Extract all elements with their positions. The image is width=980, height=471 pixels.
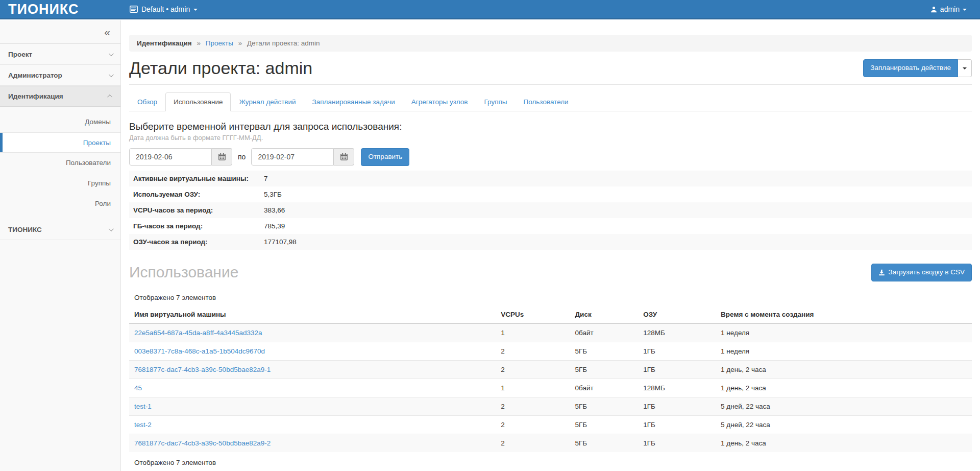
download-icon bbox=[878, 269, 885, 276]
table-row: 003e8371-7c8a-468c-a1a5-1b504dc9670d25ГБ… bbox=[129, 342, 972, 360]
table-row: 22e5a654-687a-45da-a8ff-4a3445ad332a10ба… bbox=[129, 323, 972, 342]
sidebar-section-admin[interactable]: Администратор bbox=[0, 65, 120, 86]
vm-name-link[interactable]: test-2 bbox=[134, 421, 152, 429]
vm-age-cell: 1 неделя bbox=[716, 342, 972, 360]
vm-age-cell: 5 дней, 22 часа bbox=[716, 397, 972, 415]
tab-usage[interactable]: Использование bbox=[165, 92, 231, 111]
stat-label: ОЗУ-часов за период: bbox=[133, 238, 264, 246]
sidebar-item-groups[interactable]: Группы bbox=[0, 173, 120, 194]
stat-row: ОЗУ-часов за период:177107,98 bbox=[129, 234, 972, 250]
stat-label: VCPU-часов за период: bbox=[133, 206, 264, 214]
vm-disk-cell: 5ГБ bbox=[570, 415, 638, 434]
sidebar-item-domains[interactable]: Домены bbox=[0, 112, 120, 132]
table-header-row: Имя виртуальной машины VCPUs Диск ОЗУ Вр… bbox=[129, 306, 972, 323]
top-navbar: ТИОНИКС Default • admin admin bbox=[0, 0, 980, 19]
stat-row: Используемая ОЗУ:5,3ГБ bbox=[129, 186, 972, 202]
vm-disk-cell: 0байт bbox=[570, 379, 638, 397]
context-switcher[interactable]: Default • admin bbox=[121, 5, 198, 13]
stat-row: ГБ-часов за период:785,39 bbox=[129, 218, 972, 234]
chevron-up-icon bbox=[107, 95, 112, 100]
stat-value: 7 bbox=[264, 175, 268, 182]
vm-age-cell: 1 неделя bbox=[716, 323, 972, 342]
vm-age-cell: 1 день, 2 часа bbox=[716, 379, 972, 397]
breadcrumb-identity: Идентификация bbox=[137, 39, 192, 47]
vm-name-link[interactable]: 45 bbox=[134, 384, 142, 392]
submit-button[interactable]: Отправить bbox=[361, 148, 409, 166]
stat-value: 383,66 bbox=[264, 206, 285, 214]
vm-usage-table: Имя виртуальной машины VCPUs Диск ОЗУ Вр… bbox=[129, 306, 972, 452]
schedule-action-split-button: Запланировать действие bbox=[863, 59, 972, 77]
vm-name-cell: 45 bbox=[129, 379, 496, 397]
tab-users[interactable]: Пользователи bbox=[516, 92, 577, 111]
detail-tabs: ОбзорИспользованиеЖурнал действийЗаплани… bbox=[129, 92, 972, 111]
vm-disk-cell: 0байт bbox=[570, 323, 638, 342]
download-csv-button[interactable]: Загрузить сводку в CSV bbox=[871, 264, 972, 281]
tab-host-aggregates[interactable]: Агрегаторы узлов bbox=[403, 92, 476, 111]
sidebar-section-project[interactable]: Проект bbox=[0, 44, 120, 65]
vm-ram-cell: 1ГБ bbox=[638, 360, 716, 379]
sidebar-collapse-button[interactable]: « bbox=[0, 20, 120, 44]
stat-value: 5,3ГБ bbox=[264, 191, 282, 198]
stat-label: ГБ-часов за период: bbox=[133, 222, 264, 230]
vm-name-cell: 22e5a654-687a-45da-a8ff-4a3445ad332a bbox=[129, 323, 496, 342]
sidebar-item-roles[interactable]: Роли bbox=[0, 194, 120, 214]
calendar-icon[interactable] bbox=[212, 148, 232, 166]
column-header-disk: Диск bbox=[570, 306, 638, 323]
project-list-icon bbox=[130, 6, 138, 13]
sidebar-section-tionix[interactable]: ТИОНИКС bbox=[0, 219, 120, 240]
vm-name-link[interactable]: 003e8371-7c8a-468c-a1a5-1b504dc9670d bbox=[134, 347, 265, 355]
stat-value: 785,39 bbox=[264, 222, 285, 230]
vm-name-link[interactable]: 7681877c-dac7-4cb3-a39c-50bd5bae82a9-2 bbox=[134, 439, 271, 447]
schedule-action-dropdown-toggle[interactable] bbox=[958, 59, 972, 77]
vm-disk-cell: 5ГБ bbox=[570, 397, 638, 415]
schedule-action-button[interactable]: Запланировать действие bbox=[863, 59, 958, 77]
sidebar-section-identity[interactable]: Идентификация bbox=[0, 86, 120, 107]
vm-ram-cell: 1ГБ bbox=[638, 342, 716, 360]
vm-age-cell: 5 дней, 22 часа bbox=[716, 415, 972, 434]
sidebar-item-users[interactable]: Пользователи bbox=[0, 153, 120, 173]
tionix-logo: ТИОНИКС bbox=[0, 0, 121, 18]
sidebar-section-label: Идентификация bbox=[8, 92, 63, 100]
date-range-to-label: по bbox=[238, 153, 246, 161]
chevron-down-icon bbox=[109, 51, 114, 56]
vm-name-cell: test-2 bbox=[129, 415, 496, 434]
vm-ram-cell: 128МБ bbox=[638, 323, 716, 342]
vm-vcpus-cell: 2 bbox=[496, 397, 570, 415]
column-header-vcpus: VCPUs bbox=[496, 306, 570, 323]
stat-label: Активные виртуальные машины: bbox=[133, 175, 264, 182]
sidebar-section-label: Администратор bbox=[8, 72, 62, 79]
tab-overview[interactable]: Обзор bbox=[129, 92, 165, 111]
vm-age-cell: 1 день, 2 часа bbox=[716, 360, 972, 379]
download-csv-label: Загрузить сводку в CSV bbox=[889, 268, 965, 277]
sidebar: « ПроектАдминистраторИдентификацияДомены… bbox=[0, 20, 121, 471]
usage-date-form: по Отправить bbox=[129, 148, 972, 166]
vm-disk-cell: 5ГБ bbox=[570, 360, 638, 379]
items-count-top: Отображено 7 элементов bbox=[129, 294, 972, 301]
vm-name-link[interactable]: 22e5a654-687a-45da-a8ff-4a3445ad332a bbox=[134, 329, 262, 337]
breadcrumb-current: Детали проекта: admin bbox=[247, 39, 320, 47]
sidebar-item-projects[interactable]: Проекты bbox=[0, 132, 120, 153]
items-count-bottom: Отображено 7 элементов bbox=[129, 459, 972, 466]
sidebar-section-label: Проект bbox=[8, 51, 32, 58]
calendar-icon[interactable] bbox=[334, 148, 354, 166]
column-header-age: Время с момента создания bbox=[716, 306, 972, 323]
date-to-input[interactable] bbox=[251, 148, 334, 166]
vm-name-link[interactable]: test-1 bbox=[134, 403, 152, 410]
page-title: Детали проекта: admin bbox=[129, 58, 312, 78]
breadcrumb-projects-link[interactable]: Проекты bbox=[206, 39, 233, 47]
tab-action-log[interactable]: Журнал действий bbox=[231, 92, 304, 111]
column-header-ram: ОЗУ bbox=[638, 306, 716, 323]
vm-age-cell: 1 день, 2 часа bbox=[716, 434, 972, 452]
vm-name-link[interactable]: 7681877c-dac7-4cb3-a39c-50bd5bae82a9-1 bbox=[134, 366, 271, 373]
date-format-hint: Дата должна быть в формате ГГГГ-ММ-ДД. bbox=[129, 134, 972, 142]
stat-row: Активные виртуальные машины:7 bbox=[129, 171, 972, 186]
date-from-input[interactable] bbox=[129, 148, 212, 166]
usage-section-title: Использование bbox=[129, 264, 238, 281]
table-row: 4510байт128МБ1 день, 2 часа bbox=[129, 379, 972, 397]
stat-value: 177107,98 bbox=[264, 238, 297, 246]
vm-name-cell: 003e8371-7c8a-468c-a1a5-1b504dc9670d bbox=[129, 342, 496, 360]
tab-scheduled-tasks[interactable]: Запланированные задачи bbox=[304, 92, 403, 111]
tab-groups[interactable]: Группы bbox=[476, 92, 516, 111]
user-menu[interactable]: admin bbox=[930, 5, 980, 13]
chevron-down-icon bbox=[963, 67, 967, 69]
